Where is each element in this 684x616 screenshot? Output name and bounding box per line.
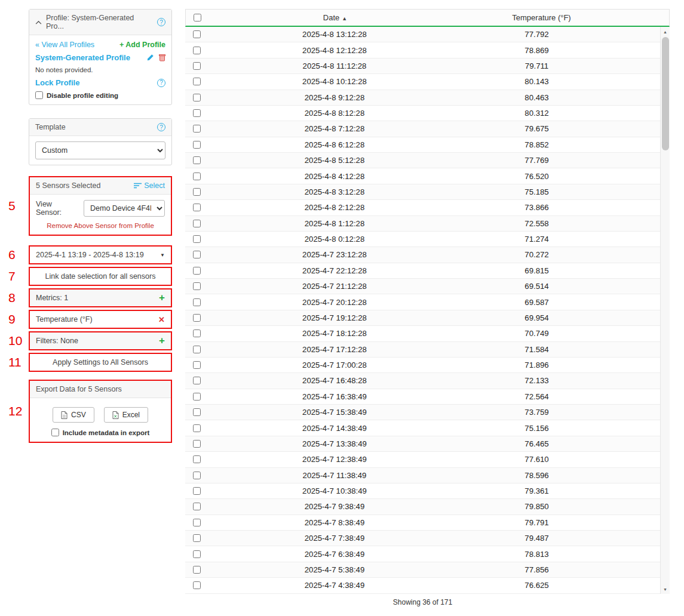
excel-export-button[interactable]: Excel xyxy=(104,407,148,423)
collapse-icon[interactable] xyxy=(35,20,42,24)
table-row: 2025-4-8 5:12:2877.769 xyxy=(185,153,660,168)
apply-settings-button[interactable]: Apply Settings to All Sensors xyxy=(30,354,171,371)
row-temperature: 75.156 xyxy=(459,424,660,433)
row-checkbox[interactable] xyxy=(193,188,201,196)
help-icon[interactable]: ? xyxy=(157,18,165,26)
row-checkbox[interactable] xyxy=(193,519,201,526)
date-column-header[interactable]: Date▲ xyxy=(211,13,459,22)
annotation-box-5: 5 5 Sensors Selected Select View Sensor:… xyxy=(29,176,172,236)
edit-profile-icon[interactable] xyxy=(146,54,154,61)
row-checkbox-cell xyxy=(185,377,210,384)
row-checkbox[interactable] xyxy=(193,581,201,589)
delete-profile-icon[interactable] xyxy=(159,54,165,61)
row-checkbox-cell xyxy=(185,346,210,353)
row-checkbox[interactable] xyxy=(193,125,201,133)
row-checkbox[interactable] xyxy=(193,141,201,149)
row-checkbox-cell xyxy=(185,566,210,574)
remove-metric-icon[interactable]: ✕ xyxy=(158,315,165,324)
template-panel-header: Template ? xyxy=(29,119,171,136)
view-sensor-select[interactable]: Demo Device 4F4B xyxy=(84,200,165,217)
row-date: 2025-4-8 10:12:28 xyxy=(210,77,459,86)
row-checkbox-cell xyxy=(185,472,210,479)
temperature-column-header[interactable]: Temperature (°F) xyxy=(459,13,669,22)
row-checkbox[interactable] xyxy=(193,329,201,337)
row-checkbox[interactable] xyxy=(193,47,201,54)
row-checkbox[interactable] xyxy=(193,173,201,180)
disable-editing-checkbox[interactable] xyxy=(35,91,43,99)
template-select[interactable]: Custom xyxy=(35,141,165,159)
row-checkbox[interactable] xyxy=(193,109,201,117)
row-checkbox[interactable] xyxy=(193,487,201,495)
annotation-box-7: 7 Link date selection for all sensors xyxy=(29,267,172,286)
row-checkbox[interactable] xyxy=(193,220,201,227)
lock-help-icon[interactable]: ? xyxy=(157,79,165,87)
add-profile-button[interactable]: + Add Profile xyxy=(119,41,165,49)
row-checkbox-cell xyxy=(185,550,210,558)
row-checkbox[interactable] xyxy=(193,346,201,353)
row-checkbox[interactable] xyxy=(193,566,201,574)
row-checkbox[interactable] xyxy=(193,251,201,258)
include-metadata-label: Include metadata in export xyxy=(63,429,150,436)
add-metric-icon[interactable]: + xyxy=(159,294,165,301)
row-checkbox[interactable] xyxy=(193,534,201,542)
profile-panel: Profile: System-Generated Pro... ? « Vie… xyxy=(29,9,172,105)
row-checkbox[interactable] xyxy=(193,78,201,85)
table-row: 2025-4-7 21:12:2869.514 xyxy=(185,279,660,294)
row-temperature: 72.564 xyxy=(459,392,660,401)
scrollbar-thumb[interactable] xyxy=(662,37,669,150)
row-checkbox[interactable] xyxy=(193,472,201,479)
row-checkbox[interactable] xyxy=(193,503,201,510)
row-checkbox[interactable] xyxy=(193,94,201,101)
row-checkbox[interactable] xyxy=(193,440,201,448)
row-checkbox[interactable] xyxy=(193,204,201,211)
row-checkbox[interactable] xyxy=(193,267,201,275)
table-row: 2025-4-7 14:38:4975.156 xyxy=(185,420,660,436)
table-row: 2025-4-8 4:12:2876.520 xyxy=(185,168,660,184)
scrollbar[interactable]: ▲ ▼ xyxy=(660,27,670,594)
table-footer: Showing 36 of 171 xyxy=(185,598,660,606)
view-all-profiles-link[interactable]: « View All Profiles xyxy=(35,41,94,49)
row-checkbox-cell xyxy=(185,329,210,337)
lock-profile-link[interactable]: Lock Profile xyxy=(35,78,79,87)
row-checkbox-cell xyxy=(185,220,210,227)
add-filter-icon[interactable]: + xyxy=(159,337,165,344)
row-date: 2025-4-7 21:12:28 xyxy=(210,282,459,291)
row-temperature: 71.584 xyxy=(459,345,660,354)
select-sensors-button[interactable]: Select xyxy=(134,181,165,190)
row-checkbox[interactable] xyxy=(193,298,201,306)
row-checkbox[interactable] xyxy=(193,455,201,463)
row-date: 2025-4-8 0:12:28 xyxy=(210,235,459,244)
row-checkbox[interactable] xyxy=(193,235,201,243)
annotation-box-6: 6 2025-4-1 13:19 - 2025-4-8 13:19 ▼ xyxy=(29,245,172,264)
row-checkbox[interactable] xyxy=(193,393,201,401)
row-checkbox[interactable] xyxy=(193,314,201,322)
row-checkbox-cell xyxy=(185,534,210,542)
template-help-icon[interactable]: ? xyxy=(157,123,165,131)
row-date: 2025-4-7 18:12:28 xyxy=(210,329,459,338)
row-checkbox-cell xyxy=(185,424,210,432)
row-checkbox[interactable] xyxy=(193,408,201,416)
include-metadata-checkbox[interactable] xyxy=(51,429,59,436)
remove-sensor-link[interactable]: Remove Above Sensor from Profile xyxy=(36,222,165,229)
profile-name-link[interactable]: System-Generated Profile xyxy=(35,53,130,62)
row-checkbox[interactable] xyxy=(193,156,201,164)
scroll-down-icon[interactable]: ▼ xyxy=(661,584,670,594)
row-checkbox[interactable] xyxy=(193,550,201,558)
row-checkbox[interactable] xyxy=(193,361,201,369)
scroll-up-icon[interactable]: ▲ xyxy=(661,27,670,36)
date-range-value: 2025-4-1 13:19 - 2025-4-8 13:19 xyxy=(36,251,144,259)
row-checkbox[interactable] xyxy=(193,30,201,38)
date-range-dropdown[interactable]: 2025-4-1 13:19 - 2025-4-8 13:19 ▼ xyxy=(30,247,171,263)
link-dates-button[interactable]: Link date selection for all sensors xyxy=(30,268,171,285)
table-row: 2025-4-8 1:12:2872.558 xyxy=(185,216,660,232)
row-checkbox-cell xyxy=(185,235,210,243)
row-checkbox[interactable] xyxy=(193,282,201,290)
csv-export-button[interactable]: CSV xyxy=(53,407,94,423)
annotation-box-8: 8 Metrics: 1 + xyxy=(29,288,172,307)
row-checkbox-cell xyxy=(185,267,210,275)
table-row: 2025-4-7 18:12:2870.749 xyxy=(185,326,660,341)
row-checkbox[interactable] xyxy=(193,424,201,432)
row-checkbox[interactable] xyxy=(193,377,201,384)
row-checkbox[interactable] xyxy=(193,62,201,70)
select-all-checkbox[interactable] xyxy=(194,14,201,21)
